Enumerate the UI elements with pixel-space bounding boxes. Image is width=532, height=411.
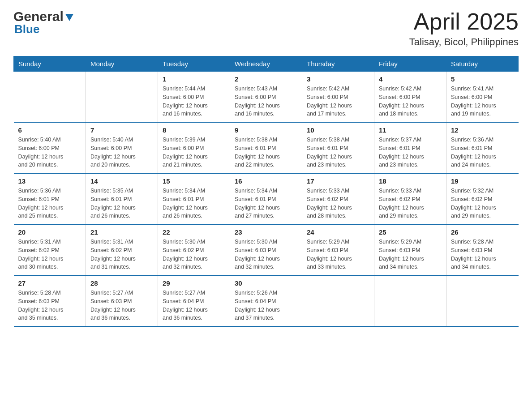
calendar-day-30: 30Sunrise: 5:26 AM Sunset: 6:04 PM Dayli… [230, 275, 302, 326]
calendar-day-2: 2Sunrise: 5:43 AM Sunset: 6:00 PM Daylig… [230, 72, 302, 123]
day-info: Sunrise: 5:42 AM Sunset: 6:00 PM Dayligh… [307, 85, 369, 118]
day-number: 10 [307, 126, 369, 134]
day-info: Sunrise: 5:30 AM Sunset: 6:02 PM Dayligh… [163, 238, 225, 271]
day-info: Sunrise: 5:26 AM Sunset: 6:04 PM Dayligh… [235, 289, 297, 322]
calendar-day-12: 12Sunrise: 5:36 AM Sunset: 6:01 PM Dayli… [446, 122, 519, 173]
day-number: 12 [451, 126, 514, 134]
empty-day-cell [14, 72, 86, 123]
calendar-day-3: 3Sunrise: 5:42 AM Sunset: 6:00 PM Daylig… [302, 72, 374, 123]
day-info: Sunrise: 5:28 AM Sunset: 6:03 PM Dayligh… [451, 238, 514, 271]
day-number: 19 [451, 177, 514, 185]
day-info: Sunrise: 5:35 AM Sunset: 6:01 PM Dayligh… [90, 187, 153, 220]
calendar-day-8: 8Sunrise: 5:39 AM Sunset: 6:00 PM Daylig… [158, 122, 230, 173]
day-number: 11 [379, 126, 442, 134]
calendar-day-15: 15Sunrise: 5:34 AM Sunset: 6:01 PM Dayli… [158, 173, 230, 224]
calendar-day-22: 22Sunrise: 5:30 AM Sunset: 6:02 PM Dayli… [158, 224, 230, 275]
calendar-day-28: 28Sunrise: 5:27 AM Sunset: 6:03 PM Dayli… [86, 275, 158, 326]
day-info: Sunrise: 5:41 AM Sunset: 6:00 PM Dayligh… [451, 85, 514, 118]
day-number: 20 [18, 228, 82, 236]
day-info: Sunrise: 5:31 AM Sunset: 6:02 PM Dayligh… [18, 238, 82, 271]
day-number: 15 [163, 177, 225, 185]
day-number: 1 [163, 75, 225, 83]
calendar-day-27: 27Sunrise: 5:28 AM Sunset: 6:03 PM Dayli… [14, 275, 86, 326]
calendar-day-29: 29Sunrise: 5:27 AM Sunset: 6:04 PM Dayli… [158, 275, 230, 326]
day-number: 8 [163, 126, 225, 134]
calendar-day-7: 7Sunrise: 5:40 AM Sunset: 6:00 PM Daylig… [86, 122, 158, 173]
day-number: 30 [235, 279, 297, 287]
weekday-header-friday: Friday [374, 56, 446, 72]
calendar-day-10: 10Sunrise: 5:38 AM Sunset: 6:01 PM Dayli… [302, 122, 374, 173]
calendar-week-row: 27Sunrise: 5:28 AM Sunset: 6:03 PM Dayli… [14, 275, 519, 326]
day-info: Sunrise: 5:33 AM Sunset: 6:02 PM Dayligh… [379, 187, 442, 220]
day-number: 24 [307, 228, 369, 236]
day-info: Sunrise: 5:31 AM Sunset: 6:02 PM Dayligh… [90, 238, 153, 271]
day-info: Sunrise: 5:36 AM Sunset: 6:01 PM Dayligh… [451, 136, 514, 169]
day-info: Sunrise: 5:30 AM Sunset: 6:03 PM Dayligh… [235, 238, 297, 271]
day-number: 22 [163, 228, 225, 236]
calendar-day-4: 4Sunrise: 5:42 AM Sunset: 6:00 PM Daylig… [374, 72, 446, 123]
day-number: 9 [235, 126, 297, 134]
day-number: 18 [379, 177, 442, 185]
calendar-day-16: 16Sunrise: 5:34 AM Sunset: 6:01 PM Dayli… [230, 173, 302, 224]
logo-blue: Blue [14, 22, 39, 36]
day-info: Sunrise: 5:44 AM Sunset: 6:00 PM Dayligh… [163, 85, 225, 118]
weekday-header-row: SundayMondayTuesdayWednesdayThursdayFrid… [14, 56, 519, 72]
weekday-header-sunday: Sunday [14, 56, 86, 72]
calendar-day-21: 21Sunrise: 5:31 AM Sunset: 6:02 PM Dayli… [86, 224, 158, 275]
day-info: Sunrise: 5:27 AM Sunset: 6:04 PM Dayligh… [163, 289, 225, 322]
day-number: 16 [235, 177, 297, 185]
day-number: 7 [90, 126, 153, 134]
weekday-header-wednesday: Wednesday [230, 56, 302, 72]
weekday-header-monday: Monday [86, 56, 158, 72]
day-info: Sunrise: 5:37 AM Sunset: 6:01 PM Dayligh… [379, 136, 442, 169]
day-number: 25 [379, 228, 442, 236]
day-number: 3 [307, 75, 369, 83]
day-number: 27 [18, 279, 82, 287]
calendar-week-row: 6Sunrise: 5:40 AM Sunset: 6:00 PM Daylig… [14, 122, 519, 173]
day-number: 6 [18, 126, 82, 134]
calendar-body: 1Sunrise: 5:44 AM Sunset: 6:00 PM Daylig… [14, 72, 519, 327]
month-title: April 2025 [409, 9, 519, 34]
calendar-day-17: 17Sunrise: 5:33 AM Sunset: 6:02 PM Dayli… [302, 173, 374, 224]
calendar-day-14: 14Sunrise: 5:35 AM Sunset: 6:01 PM Dayli… [86, 173, 158, 224]
day-number: 14 [90, 177, 153, 185]
calendar-week-row: 13Sunrise: 5:36 AM Sunset: 6:01 PM Dayli… [14, 173, 519, 224]
calendar-day-5: 5Sunrise: 5:41 AM Sunset: 6:00 PM Daylig… [446, 72, 519, 123]
calendar-day-13: 13Sunrise: 5:36 AM Sunset: 6:01 PM Dayli… [14, 173, 86, 224]
weekday-header-tuesday: Tuesday [158, 56, 230, 72]
day-number: 23 [235, 228, 297, 236]
day-info: Sunrise: 5:40 AM Sunset: 6:00 PM Dayligh… [18, 136, 82, 169]
calendar-week-row: 20Sunrise: 5:31 AM Sunset: 6:02 PM Dayli… [14, 224, 519, 275]
empty-day-cell [446, 275, 519, 326]
day-number: 28 [90, 279, 153, 287]
day-info: Sunrise: 5:34 AM Sunset: 6:01 PM Dayligh… [163, 187, 225, 220]
day-number: 5 [451, 75, 514, 83]
day-info: Sunrise: 5:32 AM Sunset: 6:02 PM Dayligh… [451, 187, 514, 220]
logo: General Blue [13, 9, 74, 36]
day-info: Sunrise: 5:38 AM Sunset: 6:01 PM Dayligh… [307, 136, 369, 169]
calendar-day-24: 24Sunrise: 5:29 AM Sunset: 6:03 PM Dayli… [302, 224, 374, 275]
day-info: Sunrise: 5:38 AM Sunset: 6:01 PM Dayligh… [235, 136, 297, 169]
calendar-table: SundayMondayTuesdayWednesdayThursdayFrid… [13, 56, 519, 327]
empty-day-cell [374, 275, 446, 326]
day-info: Sunrise: 5:42 AM Sunset: 6:00 PM Dayligh… [379, 85, 442, 118]
day-number: 26 [451, 228, 514, 236]
day-info: Sunrise: 5:34 AM Sunset: 6:01 PM Dayligh… [235, 187, 297, 220]
calendar-day-20: 20Sunrise: 5:31 AM Sunset: 6:02 PM Dayli… [14, 224, 86, 275]
empty-day-cell [302, 275, 374, 326]
day-info: Sunrise: 5:27 AM Sunset: 6:03 PM Dayligh… [90, 289, 153, 322]
calendar-header: SundayMondayTuesdayWednesdayThursdayFrid… [14, 56, 519, 72]
day-info: Sunrise: 5:28 AM Sunset: 6:03 PM Dayligh… [18, 289, 82, 322]
day-info: Sunrise: 5:43 AM Sunset: 6:00 PM Dayligh… [235, 85, 297, 118]
logo-triangle-icon [64, 12, 74, 22]
page-header: General Blue April 2025 Talisay, Bicol, … [13, 9, 519, 48]
calendar-day-23: 23Sunrise: 5:30 AM Sunset: 6:03 PM Dayli… [230, 224, 302, 275]
day-info: Sunrise: 5:40 AM Sunset: 6:00 PM Dayligh… [90, 136, 153, 169]
day-info: Sunrise: 5:33 AM Sunset: 6:02 PM Dayligh… [307, 187, 369, 220]
calendar-day-26: 26Sunrise: 5:28 AM Sunset: 6:03 PM Dayli… [446, 224, 519, 275]
calendar-week-row: 1Sunrise: 5:44 AM Sunset: 6:00 PM Daylig… [14, 72, 519, 123]
calendar-day-19: 19Sunrise: 5:32 AM Sunset: 6:02 PM Dayli… [446, 173, 519, 224]
calendar-day-25: 25Sunrise: 5:29 AM Sunset: 6:03 PM Dayli… [374, 224, 446, 275]
calendar-day-6: 6Sunrise: 5:40 AM Sunset: 6:00 PM Daylig… [14, 122, 86, 173]
empty-day-cell [86, 72, 158, 123]
